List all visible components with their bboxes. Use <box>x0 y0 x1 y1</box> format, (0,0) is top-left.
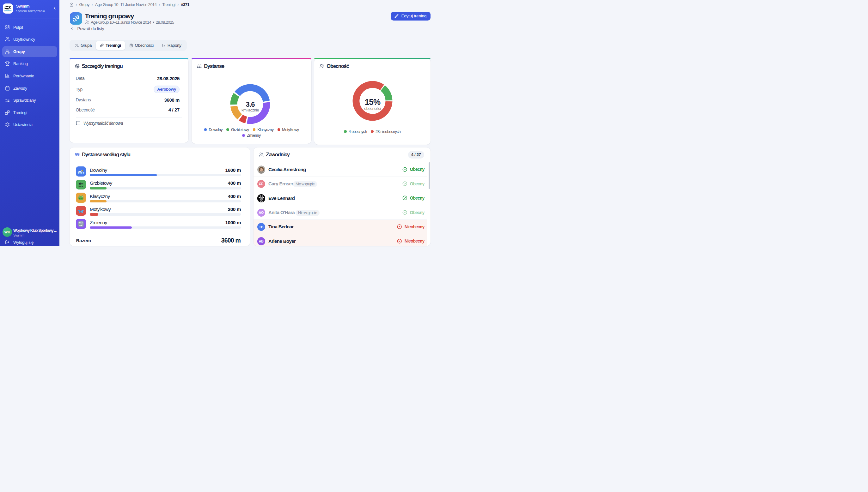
svg-text:BACK: BACK <box>78 186 83 187</box>
svg-text:CHAMPIONSHIP: CHAMPIONSHIP <box>6 12 10 12</box>
svg-text:SWIMMING: SWIMMING <box>4 10 12 12</box>
